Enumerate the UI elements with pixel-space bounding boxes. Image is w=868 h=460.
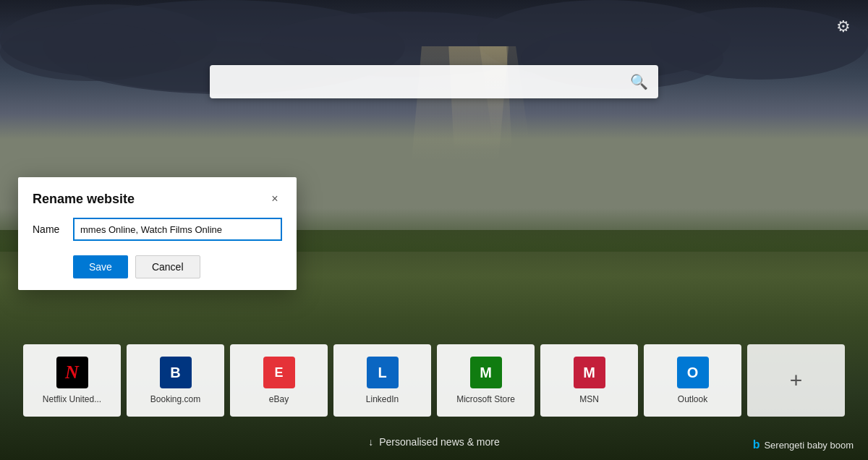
dialog-title: Rename website bbox=[33, 192, 135, 207]
dialog-body: Name Save Cancel bbox=[18, 218, 297, 290]
dialog-header: Rename website × bbox=[18, 177, 297, 218]
dialog-close-button[interactable]: × bbox=[265, 189, 285, 209]
save-button[interactable]: Save bbox=[73, 255, 128, 278]
name-field-row: Name bbox=[33, 218, 282, 241]
dialog-overlay: Rename website × Name Save Cancel bbox=[0, 0, 868, 460]
name-input[interactable] bbox=[73, 218, 282, 241]
name-label: Name bbox=[33, 223, 61, 235]
cancel-button[interactable]: Cancel bbox=[135, 255, 200, 278]
rename-dialog: Rename website × Name Save Cancel bbox=[18, 177, 297, 290]
dialog-actions: Save Cancel bbox=[33, 255, 282, 278]
